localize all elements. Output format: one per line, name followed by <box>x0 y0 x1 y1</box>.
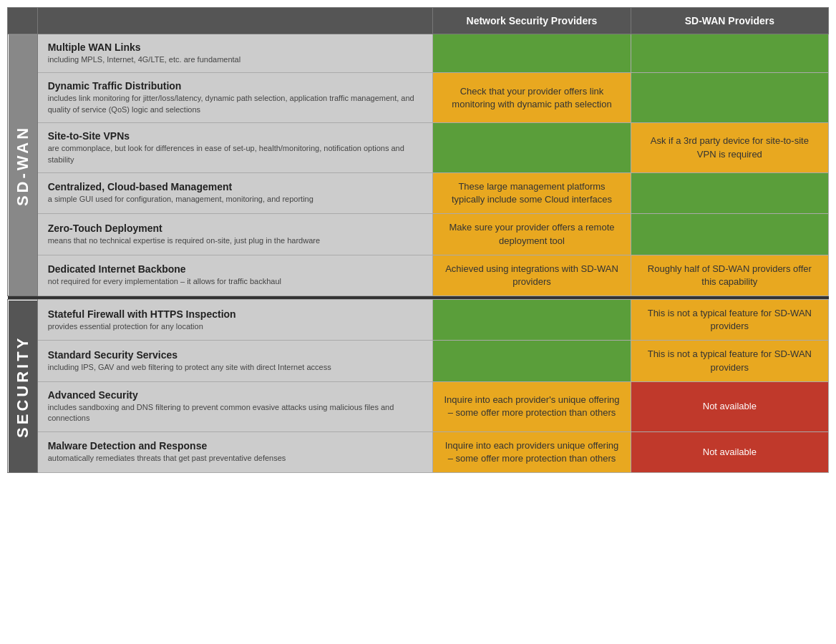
sdwan-value-cell <box>631 34 828 73</box>
sdwan-value-cell: Not available <box>631 381 828 431</box>
feature-cell: Malware Detection and Responseautomatica… <box>37 431 433 472</box>
table-row: Zero-Touch Deploymentmeans that no techn… <box>8 214 829 255</box>
table-row: Dedicated Internet Backbonenot required … <box>8 255 829 296</box>
sdwan-value-cell <box>631 214 828 255</box>
nsp-value-cell: Inquire into each providers unique offer… <box>433 431 631 472</box>
comparison-table: Network Security Providers SD-WAN Provid… <box>7 7 829 473</box>
table-row: Advanced Securityincludes sandboxing and… <box>8 381 829 431</box>
table-row: SD-WANMultiple WAN Linksincluding MPLS, … <box>8 34 829 73</box>
feature-cell: Multiple WAN Linksincluding MPLS, Intern… <box>37 34 433 73</box>
feature-desc: not required for every implementation – … <box>48 276 423 287</box>
nsp-value-cell: Make sure your provider offers a remote … <box>433 214 631 255</box>
nsp-value-cell: Check that your provider offers link mon… <box>433 73 631 123</box>
feature-desc: automatically remediates threats that ge… <box>48 453 423 464</box>
feature-desc: including MPLS, Internet, 4G/LTE, etc. a… <box>48 54 423 65</box>
feature-cell: Zero-Touch Deploymentmeans that no techn… <box>37 214 433 255</box>
feature-desc: are commonplace, but look for difference… <box>48 143 423 165</box>
feature-desc: includes link monitoring for jitter/loss… <box>48 93 423 115</box>
header-side-label <box>8 8 38 34</box>
feature-desc: including IPS, GAV and web filtering to … <box>48 362 423 373</box>
feature-title: Centralized, Cloud-based Management <box>48 181 423 192</box>
feature-title: Stateful Firewall with HTTPS Inspection <box>48 308 423 320</box>
nsp-value-cell: These large management platforms typical… <box>433 172 631 213</box>
feature-desc: includes sandboxing and DNS filtering to… <box>48 402 423 424</box>
table-row: SECURITYStateful Firewall with HTTPS Ins… <box>8 300 829 341</box>
sdwan-value-cell: Not available <box>631 431 828 472</box>
feature-title: Site-to-Site VPNs <box>48 130 423 142</box>
header-feature-col <box>37 8 433 34</box>
feature-desc: provides essential protection for any lo… <box>48 321 423 332</box>
feature-title: Multiple WAN Links <box>48 42 423 53</box>
feature-title: Malware Detection and Response <box>48 440 423 452</box>
feature-cell: Stateful Firewall with HTTPS Inspectionp… <box>37 300 433 341</box>
feature-cell: Site-to-Site VPNsare commonplace, but lo… <box>37 123 433 173</box>
feature-title: Dynamic Traffic Distribution <box>48 80 423 92</box>
feature-title: Zero-Touch Deployment <box>48 223 423 234</box>
feature-cell: Advanced Securityincludes sandboxing and… <box>37 381 433 431</box>
header-nsp: Network Security Providers <box>433 8 631 34</box>
table-row: Centralized, Cloud-based Managementa sim… <box>8 172 829 213</box>
nsp-value-cell: Inquire into each provider's unique offe… <box>433 381 631 431</box>
header-sdwan: SD-WAN Providers <box>631 8 828 34</box>
feature-desc: a simple GUI used for configuration, man… <box>48 194 423 205</box>
table-header: Network Security Providers SD-WAN Provid… <box>8 8 829 34</box>
feature-title: Advanced Security <box>48 389 423 401</box>
nsp-value-cell <box>433 341 631 381</box>
sdwan-value-cell: This is not a typical feature for SD-WAN… <box>631 300 828 341</box>
feature-cell: Centralized, Cloud-based Managementa sim… <box>37 172 433 213</box>
sdwan-value-cell <box>631 172 828 213</box>
nsp-value-cell <box>433 123 631 173</box>
nsp-value-cell: Achieved using integrations with SD-WAN … <box>433 255 631 296</box>
feature-cell: Dynamic Traffic Distributionincludes lin… <box>37 73 433 123</box>
table-row: Standard Security Servicesincluding IPS,… <box>8 341 829 381</box>
feature-cell: Dedicated Internet Backbonenot required … <box>37 255 433 296</box>
security-section-label: SECURITY <box>8 300 38 473</box>
table-row: Malware Detection and Responseautomatica… <box>8 431 829 472</box>
table-row: Dynamic Traffic Distributionincludes lin… <box>8 73 829 123</box>
sdwan-value-cell: Ask if a 3rd party device for site-to-si… <box>631 123 828 173</box>
sdwan-value-cell: This is not a typical feature for SD-WAN… <box>631 341 828 381</box>
sdwan-section-label: SD-WAN <box>8 34 38 296</box>
feature-title: Dedicated Internet Backbone <box>48 263 423 275</box>
nsp-value-cell <box>433 300 631 341</box>
nsp-value-cell <box>433 34 631 73</box>
sdwan-value-cell <box>631 73 828 123</box>
feature-desc: means that no technical expertise is req… <box>48 235 423 246</box>
sdwan-value-cell: Roughly half of SD-WAN providers offer t… <box>631 255 828 296</box>
feature-title: Standard Security Services <box>48 349 423 361</box>
feature-cell: Standard Security Servicesincluding IPS,… <box>37 341 433 381</box>
table-row: Site-to-Site VPNsare commonplace, but lo… <box>8 123 829 173</box>
